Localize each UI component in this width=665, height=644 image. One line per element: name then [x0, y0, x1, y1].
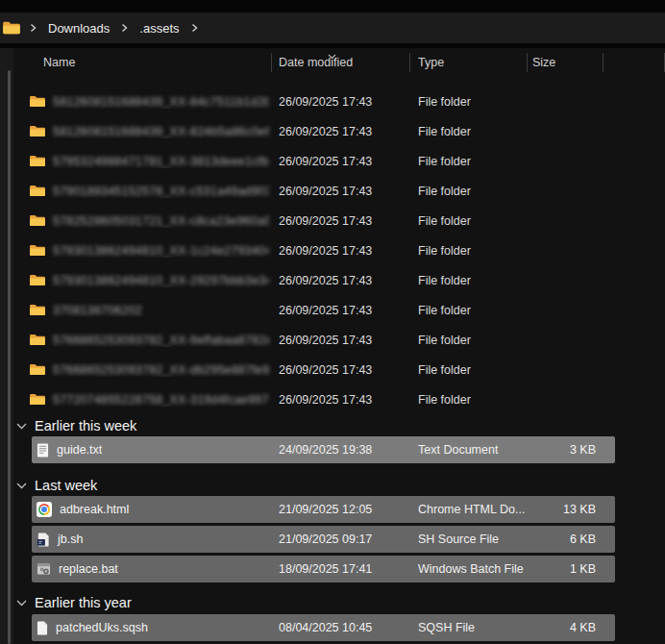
folder-icon — [29, 243, 46, 258]
column-header-type[interactable]: Type — [410, 48, 528, 77]
date-modified: 26/09/2025 17:43 — [272, 244, 410, 258]
file-type: Chrome HTML Do... — [410, 503, 528, 516]
date-modified: 26/09/2025 17:43 — [272, 334, 410, 347]
file-size: 1 KB — [528, 562, 615, 576]
date-modified: 26/09/2025 17:43 — [272, 95, 410, 109]
file-name: 5790188345152578_XX-c531a49ad903e1... — [53, 185, 269, 198]
folder-icon — [29, 154, 46, 168]
file-type: File folder — [410, 244, 528, 258]
group-header-earlier-this-year[interactable]: Earlier this year — [13, 593, 665, 612]
column-header-row: Name Date modified Type Size — [13, 48, 665, 77]
date-modified: 21/09/2025 12:05 — [272, 503, 410, 516]
file-size: 13 KB — [528, 503, 615, 516]
table-row[interactable]: 5793013862494810_XX-1c24e27934043... 26/… — [13, 235, 665, 265]
chrome-icon — [37, 502, 52, 517]
table-row[interactable]: 5795324988471781_XX-3813deee1cfbd7... 26… — [13, 146, 665, 176]
sort-ascending-icon — [328, 49, 336, 62]
file-type: File folder — [410, 393, 528, 407]
table-row[interactable]: 5766865253093782_XX-9effabaa8782ea... 26… — [13, 325, 665, 355]
folder-icon — [29, 333, 46, 347]
folder-icon — [29, 303, 46, 317]
file-explorer-window: { "breadcrumb": { "items": ["Downloads",… — [0, 0, 665, 644]
file-row-guide-txt[interactable]: guide.txt 24/09/2025 19:38 Text Document… — [32, 436, 615, 463]
chevron-down-icon[interactable] — [16, 483, 27, 489]
column-header-name[interactable]: Name — [13, 48, 272, 77]
table-row[interactable]: 5790188345152578_XX-c531a49ad903e1... 26… — [13, 176, 665, 206]
table-row[interactable]: 5793013862494810_XX-29297bbb3e34... 26/0… — [13, 265, 665, 295]
file-name: adbreak.html — [60, 503, 129, 516]
file-name: 5772074855228758_XX-319d4fcae99713... — [53, 393, 269, 407]
chevron-down-icon[interactable] — [16, 600, 27, 607]
file-type: SQSH File — [410, 621, 528, 634]
folder-icon — [29, 184, 46, 198]
file-type: File folder — [410, 363, 528, 377]
folder-icon — [29, 213, 46, 228]
text-document-icon — [37, 443, 49, 458]
file-type: File folder — [410, 214, 528, 228]
batch-file-icon — [37, 562, 51, 576]
group-header-earlier-this-week[interactable]: Earlier this week — [13, 416, 665, 435]
date-modified: 26/09/2025 17:43 — [272, 393, 410, 407]
chevron-right-icon[interactable] — [121, 23, 128, 33]
file-name: 5812608151688439_XX-84c7511b1d2ba... — [53, 95, 269, 109]
folder-icon — [2, 20, 21, 36]
file-type: File folder — [410, 125, 528, 138]
table-row[interactable]: 5782528605031721_XX-c8ca23e960a9fb... 26… — [13, 206, 665, 235]
date-modified: 21/09/2025 09:17 — [272, 533, 410, 546]
date-modified: 26/09/2025 17:43 — [272, 274, 410, 287]
table-row[interactable]: 3708136706202 26/09/2025 17:43 File fold… — [13, 295, 665, 325]
folder-icon — [29, 94, 46, 109]
date-modified: 26/09/2025 17:43 — [272, 214, 410, 228]
file-name: guide.txt — [57, 443, 102, 457]
column-header-date-modified[interactable]: Date modified — [272, 48, 410, 77]
file-type: SH Source File — [410, 533, 528, 546]
file-row-jb-sh[interactable]: jb.sh 21/09/2025 09:17 SH Source File 6 … — [32, 526, 615, 553]
file-size: 4 KB — [528, 621, 615, 634]
chevron-right-icon[interactable] — [191, 23, 198, 33]
file-name: 3708136706202 — [53, 304, 142, 317]
file-name: 5793013862494810_XX-1c24e27934043... — [53, 244, 269, 258]
file-name: 5766865253093782_XX-db295e887fe9fc... — [53, 363, 269, 377]
file-row-adbreak-html[interactable]: adbreak.html 21/09/2025 12:05 Chrome HTM… — [32, 496, 615, 523]
file-type: File folder — [410, 155, 528, 168]
navigation-pane-edge — [0, 48, 13, 644]
file-row-patcheduks-sqsh[interactable]: patchedUks.sqsh 08/04/2025 10:45 SQSH Fi… — [32, 614, 615, 641]
file-list-panel: Name Date modified Type Size — [13, 48, 665, 644]
date-modified: 24/09/2025 19:38 — [272, 443, 410, 457]
table-row[interactable]: 5766865253093782_XX-db295e887fe9fc... 26… — [13, 355, 665, 384]
breadcrumb-item-downloads[interactable]: Downloads — [45, 19, 112, 37]
table-row[interactable]: 5812608151688439_XX-84c7511b1d2ba... 26/… — [13, 87, 665, 116]
folder-icon — [29, 273, 46, 287]
chevron-right-icon[interactable] — [30, 23, 37, 33]
date-modified: 18/09/2025 17:41 — [272, 562, 410, 576]
file-name: replace.bat — [59, 562, 118, 576]
file-name: 5795324988471781_XX-3813deee1cfbd7... — [53, 155, 269, 168]
file-type: File folder — [410, 334, 528, 347]
file-name: patchedUks.sqsh — [56, 621, 148, 634]
file-type: Text Document — [410, 443, 528, 457]
file-name: 5793013862494810_XX-29297bbb3e34... — [53, 274, 269, 287]
folder-icon — [29, 362, 46, 377]
folder-icon — [29, 124, 46, 138]
date-modified: 26/09/2025 17:43 — [272, 155, 410, 168]
breadcrumb-item-assets[interactable]: .assets — [136, 19, 182, 37]
table-row[interactable]: 5812608151688439_XX-824b5a86c0e6d... 26/… — [13, 116, 665, 146]
file-name: 5766865253093782_XX-9effabaa8782ea... — [53, 334, 269, 347]
file-name: 5782528605031721_XX-c8ca23e960a9fb... — [53, 214, 269, 228]
file-size: 3 KB — [528, 443, 615, 457]
column-header-size[interactable]: Size — [528, 48, 603, 77]
file-row-replace-bat[interactable]: replace.bat 18/09/2025 17:41 Windows Bat… — [32, 556, 615, 582]
column-header-filler — [603, 48, 665, 77]
date-modified: 26/09/2025 17:43 — [272, 304, 410, 317]
group-header-last-week[interactable]: Last week — [13, 476, 665, 495]
date-modified: 08/04/2025 10:45 — [272, 621, 410, 634]
scrollbar-thumb[interactable] — [8, 70, 11, 644]
folder-rows: 5812608151688439_XX-84c7511b1d2ba... 26/… — [13, 87, 665, 414]
table-row[interactable]: 5772074855228758_XX-319d4fcae99713... 26… — [13, 384, 665, 414]
file-type: File folder — [410, 274, 528, 287]
date-modified: 26/09/2025 17:43 — [272, 363, 410, 377]
breadcrumb: Downloads .assets — [0, 12, 665, 43]
file-type: File folder — [410, 304, 528, 317]
chevron-down-icon[interactable] — [16, 423, 27, 430]
file-type: File folder — [410, 185, 528, 198]
